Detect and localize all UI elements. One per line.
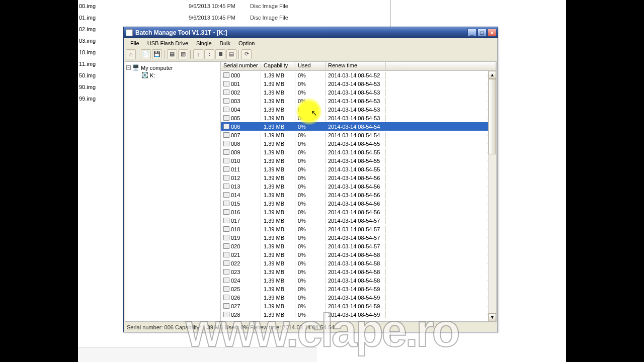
floppy-icon xyxy=(223,201,229,206)
menu-option[interactable]: Option xyxy=(235,39,258,47)
cell-serial: 008 xyxy=(231,141,240,147)
explorer-file-row[interactable]: 01.img9/6/2013 10:45 PMDisc Image File xyxy=(78,12,566,23)
table-row[interactable]: 0021.39 MB0%2014-03-14 08-54-53 xyxy=(221,88,488,97)
table-row[interactable]: 0141.39 MB0%2014-03-14 08-54-56 xyxy=(221,191,488,199)
table-row[interactable]: 0151.39 MB0%2014-03-14 08-54-56 xyxy=(221,199,488,208)
table-row[interactable]: 0071.39 MB0%2014-03-14 08-54-54 xyxy=(221,131,488,139)
maximize-button[interactable]: □ xyxy=(477,29,487,37)
minimize-button[interactable]: _ xyxy=(467,29,476,37)
vertical-scrollbar[interactable]: ▲ ▼ xyxy=(488,71,496,321)
cell-used: 0% xyxy=(295,260,326,267)
titlebar[interactable]: Batch Manage Tool V1.31T - [K:] _ □ × xyxy=(124,27,498,38)
table-row[interactable]: 0081.39 MB0%2014-03-14 08-54-55 xyxy=(221,139,488,148)
menu-usb-flash-drive[interactable]: USB Flash Drive xyxy=(144,39,192,47)
cell-renew: 2014-03-14 08-54-58 xyxy=(326,251,386,258)
column-used[interactable]: Used xyxy=(295,62,326,70)
cell-capability: 1.39 MB xyxy=(261,192,295,199)
menu-single[interactable]: Single xyxy=(193,39,215,47)
scroll-thumb[interactable] xyxy=(489,79,496,154)
cell-serial: 027 xyxy=(231,303,240,309)
table-row[interactable]: 0261.39 MB0%2014-03-14 08-54-59 xyxy=(221,293,488,302)
cell-serial: 012 xyxy=(231,175,240,181)
tree-root[interactable]: − 🖥️ My computer xyxy=(126,64,219,71)
tree-drive[interactable]: 💽 K: xyxy=(126,71,219,79)
table-row[interactable]: 0191.39 MB0%2014-03-14 08-54-57 xyxy=(221,233,488,242)
table-row[interactable]: 0231.39 MB0%2014-03-14 08-54-58 xyxy=(221,267,488,276)
table-row[interactable]: 0091.39 MB0%2014-03-14 08-54-55 xyxy=(221,148,488,156)
table-row[interactable]: 0161.39 MB0%2014-03-14 08-54-56 xyxy=(221,208,488,216)
toolbar-sort-icon[interactable]: ↕ xyxy=(193,49,203,59)
cell-renew: 2014-03-14 08-54-53 xyxy=(326,80,386,87)
table-row[interactable]: 0211.39 MB0%2014-03-14 08-54-58 xyxy=(221,250,488,259)
cell-used: 0% xyxy=(295,80,326,87)
toolbar: ⌂ 📄 💾 ▦ ▨ ↕ ⋮ ≣ ▤ ⟳ xyxy=(124,48,498,60)
cell-renew: 2014-03-14 08-54-57 xyxy=(326,243,386,250)
table-row[interactable]: 0251.39 MB0%2014-03-14 08-54-59 xyxy=(221,285,488,293)
cell-capability: 1.39 MB xyxy=(261,89,295,96)
cell-capability: 1.39 MB xyxy=(261,140,295,147)
cell-serial: 025 xyxy=(231,286,240,292)
cell-capability: 1.39 MB xyxy=(261,234,295,241)
table-row[interactable]: 0011.39 MB0%2014-03-14 08-54-53 xyxy=(221,79,488,88)
cell-renew: 2014-03-14 08-54-53 xyxy=(326,89,386,96)
cell-renew: 2014-03-14 08-54-53 xyxy=(326,115,386,122)
cell-renew: 2014-03-14 08-54-56 xyxy=(326,209,386,216)
cell-used: 0% xyxy=(295,251,326,258)
table-row[interactable]: 0171.39 MB0%2014-03-14 08-54-57 xyxy=(221,216,488,225)
table-row[interactable]: 0221.39 MB0%2014-03-14 08-54-58 xyxy=(221,259,488,267)
toolbar-refresh-icon[interactable]: ⟳ xyxy=(242,49,252,59)
table-row[interactable]: 0281.39 MB0%2014-03-14 08-54-59 xyxy=(221,310,488,319)
cell-capability: 1.39 MB xyxy=(261,217,295,224)
cell-used: 0% xyxy=(295,209,326,216)
toolbar-grid-icon[interactable]: ▦ xyxy=(167,49,177,59)
floppy-icon xyxy=(223,303,229,309)
menu-file[interactable]: File xyxy=(127,39,143,47)
explorer-file-row[interactable]: 00.img9/6/2013 10:45 PMDisc Image File xyxy=(78,0,566,12)
table-row[interactable]: 0131.39 MB0%2014-03-14 08-54-56 xyxy=(221,182,488,191)
cell-used: 0% xyxy=(295,286,326,293)
toolbar-tree-icon[interactable]: ⋮ xyxy=(204,49,214,59)
floppy-icon xyxy=(223,218,229,223)
floppy-icon xyxy=(223,192,229,198)
column-capability[interactable]: Capability xyxy=(261,62,295,70)
table-row[interactable]: 0061.39 MB0%2014-03-14 08-54-54 xyxy=(221,122,488,131)
table-row[interactable]: 0121.39 MB0%2014-03-14 08-54-56 xyxy=(221,173,488,182)
toolbar-home-icon[interactable]: ⌂ xyxy=(126,49,136,59)
table-row[interactable]: 0041.39 MB0%2014-03-14 08-54-53 xyxy=(221,105,488,114)
floppy-icon xyxy=(223,286,229,292)
toolbar-save-icon[interactable]: 💾 xyxy=(152,49,162,59)
table-row[interactable]: 0051.39 MB0%2014-03-14 08-54-53 xyxy=(221,114,488,122)
toolbar-tile-icon[interactable]: ▨ xyxy=(178,49,188,59)
column-serial-number[interactable]: Serial number xyxy=(221,62,261,70)
table-row[interactable]: 0181.39 MB0%2014-03-14 08-54-57 xyxy=(221,225,488,233)
tree-collapse-icon[interactable]: − xyxy=(126,65,131,70)
table-row[interactable]: 0031.39 MB0%2014-03-14 08-54-53 xyxy=(221,97,488,105)
cell-used: 0% xyxy=(295,72,326,79)
cell-capability: 1.39 MB xyxy=(261,132,295,139)
table-row[interactable]: 0241.39 MB0%2014-03-14 08-54-58 xyxy=(221,276,488,285)
column-renew-time[interactable]: Renew time xyxy=(326,62,386,70)
cell-serial: 028 xyxy=(231,312,240,318)
cell-capability: 1.39 MB xyxy=(261,200,295,207)
floppy-icon xyxy=(223,141,229,146)
cell-used: 0% xyxy=(295,149,326,156)
cell-capability: 1.39 MB xyxy=(261,80,295,87)
cell-used: 0% xyxy=(295,140,326,147)
close-button[interactable]: × xyxy=(488,29,497,37)
menu-bulk[interactable]: Bulk xyxy=(216,39,234,47)
floppy-icon xyxy=(223,278,229,283)
table-row[interactable]: 0201.39 MB0%2014-03-14 08-54-57 xyxy=(221,242,488,250)
table-row[interactable]: 0001.39 MB0%2014-03-14 08-54-52 xyxy=(221,71,488,79)
floppy-icon xyxy=(223,226,229,232)
column-blank[interactable] xyxy=(386,62,496,70)
toolbar-details-icon[interactable]: ▤ xyxy=(226,49,236,59)
table-row[interactable]: 0111.39 MB0%2014-03-14 08-54-55 xyxy=(221,165,488,173)
table-row[interactable]: 0271.39 MB0%2014-03-14 08-54-59 xyxy=(221,302,488,310)
scroll-down-button[interactable]: ▼ xyxy=(489,313,496,321)
toolbar-open-icon[interactable]: 📄 xyxy=(141,49,151,59)
cell-serial: 002 xyxy=(231,89,240,96)
scroll-up-button[interactable]: ▲ xyxy=(489,71,496,79)
cell-renew: 2014-03-14 08-54-56 xyxy=(326,174,386,182)
table-row[interactable]: 0101.39 MB0%2014-03-14 08-54-55 xyxy=(221,156,488,165)
toolbar-list-icon[interactable]: ≣ xyxy=(215,49,225,59)
